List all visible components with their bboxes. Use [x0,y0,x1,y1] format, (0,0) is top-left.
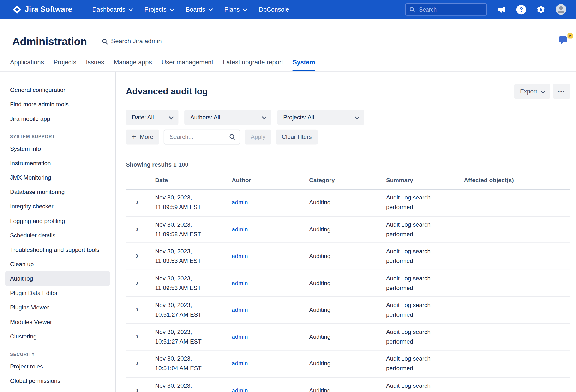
audit-author-link[interactable]: admin [232,387,248,392]
sidebar-item-troubleshooting-and-support-tools[interactable]: Troubleshooting and support tools [5,242,110,257]
audit-author-link[interactable]: admin [232,280,248,286]
sidebar-item-audit-log[interactable]: Audit log [5,271,110,286]
sidebar-item-clean-up[interactable]: Clean up [5,257,110,271]
notification-badge: 2 [567,33,573,39]
expand-row-chevron[interactable] [136,278,139,287]
audit-summary: Audit Log search performed [386,354,464,373]
clear-filters-button[interactable]: Clear filters [276,130,317,145]
sidebar-item-database-monitoring[interactable]: Database monitoring [5,185,110,199]
audit-summary: Audit Log search performed [386,327,464,346]
table-row: Nov 30, 2023, 10:51:04 AM EST admin Audi… [126,351,570,378]
sidebar-section-security: SECURITY [10,352,105,357]
column-summary: Summary [386,176,464,185]
nav-right [405,3,566,16]
expand-row-chevron[interactable] [136,252,139,260]
nav-boards[interactable]: Boards [186,6,212,13]
nav-search-input[interactable] [418,6,483,13]
sidebar-item-project-roles[interactable]: Project roles [5,359,110,373]
sidebar-item-global-permissions[interactable]: Global permissions [5,373,110,388]
tab-projects[interactable]: Projects [54,59,76,71]
column-date: Date [155,176,231,185]
audit-category: Auditing [309,198,386,207]
app-window: Jira Software Dashboards Projects Boards… [0,0,576,392]
more-filters-button[interactable]: + More [126,130,159,145]
projects-filter-dropdown[interactable]: Projects: All [277,110,364,125]
projects-filter-label: Projects: All [283,114,314,121]
filter-search-input[interactable] [169,133,227,141]
date-filter-label: Date: All [132,114,154,121]
chevron-down-icon [243,6,248,11]
table-row: Nov 30, 2023, 10:51:04 AM EST admin Audi… [126,377,570,392]
nav-plans[interactable]: Plans [224,6,246,13]
expand-row-chevron[interactable] [136,359,139,367]
sidebar-item-integrity-checker[interactable]: Integrity checker [5,199,110,214]
sidebar-item-plugin-data-editor[interactable]: Plugin Data Editor [5,286,110,300]
nav-search[interactable] [405,3,487,16]
export-button[interactable]: Export [514,84,550,99]
nav-plans-label: Plans [224,6,240,13]
title-row: Advanced audit log Export [126,84,570,99]
column-category: Category [309,176,386,185]
help-icon[interactable] [517,4,526,14]
nav-projects[interactable]: Projects [144,6,173,13]
sidebar: General configuration Find more admin to… [0,72,116,392]
chevron-down-icon [170,6,174,11]
audit-author-link[interactable]: admin [232,307,248,313]
sidebar-item-plugins-viewer[interactable]: Plugins Viewer [5,300,110,315]
sidebar-item-scheduler-details[interactable]: Scheduler details [5,228,110,242]
filter-actions-row: + More Apply Clear filters [126,130,570,145]
sidebar-item-general-configuration[interactable]: General configuration [5,83,110,97]
audit-date: Nov 30, 2023, 11:09:53 AM EST [155,247,231,266]
nav-dbconsole[interactable]: DbConsole [259,6,289,13]
tab-user-management[interactable]: User management [162,59,213,71]
audit-author-link[interactable]: admin [232,226,248,232]
expand-row-chevron[interactable] [136,225,139,233]
nav-menu: Dashboards Projects Boards Plans DbConso… [92,6,289,13]
audit-category: Auditing [309,225,386,234]
tab-issues[interactable]: Issues [86,59,104,71]
authors-filter-dropdown[interactable]: Authors: All [184,110,271,125]
nav-dashboards[interactable]: Dashboards [92,6,132,13]
audit-author-link[interactable]: admin [232,360,248,366]
sidebar-item-jira-mobile-app[interactable]: Jira mobile app [5,111,110,126]
more-filters-label: More [140,134,153,140]
table-row: Nov 30, 2023, 11:09:53 AM EST admin Audi… [126,270,570,297]
filter-search[interactable] [164,130,240,145]
admin-search[interactable]: Search Jira admin [102,38,162,45]
audit-summary: Audit Log search performed [386,193,464,212]
user-avatar[interactable] [556,4,566,15]
feedback-icon[interactable]: 2 [558,35,570,47]
sidebar-item-instrumentation[interactable]: Instrumentation [5,156,110,170]
sidebar-item-jmx-monitoring[interactable]: JMX Monitoring [5,170,110,185]
gear-icon[interactable] [536,5,545,14]
audit-date: Nov 30, 2023, 11:09:59 AM EST [155,193,231,212]
sidebar-item-modules-viewer[interactable]: Modules Viewer [5,315,110,329]
audit-author-link[interactable]: admin [232,199,248,206]
nav-projects-label: Projects [144,6,167,13]
tab-manage-apps[interactable]: Manage apps [114,59,152,71]
sidebar-item-logging-and-profiling[interactable]: Logging and profiling [5,214,110,228]
announcement-icon[interactable] [497,5,506,14]
date-filter-dropdown[interactable]: Date: All [126,110,178,125]
expand-row-chevron[interactable] [136,198,139,206]
search-icon [102,38,108,45]
tab-system[interactable]: System [293,59,315,71]
expand-row-chevron[interactable] [136,332,139,340]
sidebar-item-clustering[interactable]: Clustering [5,329,110,343]
audit-summary: Audit Log search performed [386,220,464,239]
jira-logo[interactable]: Jira Software [12,4,72,14]
tab-applications[interactable]: Applications [10,59,44,71]
apply-button[interactable]: Apply [245,130,271,145]
expand-row-chevron[interactable] [136,386,139,392]
tab-latest-upgrade-report[interactable]: Latest upgrade report [223,59,283,71]
chevron-down-icon [355,115,360,119]
expand-row-chevron[interactable] [136,305,139,313]
more-actions-button[interactable] [553,84,570,99]
audit-date: Nov 30, 2023, 11:09:53 AM EST [155,273,231,293]
audit-author-link[interactable]: admin [232,253,248,259]
audit-author-link[interactable]: admin [232,333,248,340]
clear-filters-label: Clear filters [282,134,312,140]
sidebar-item-system-info[interactable]: System info [5,141,110,156]
table-row: Nov 30, 2023, 11:09:58 AM EST admin Audi… [126,216,570,243]
sidebar-item-find-more-admin-tools[interactable]: Find more admin tools [5,97,110,111]
